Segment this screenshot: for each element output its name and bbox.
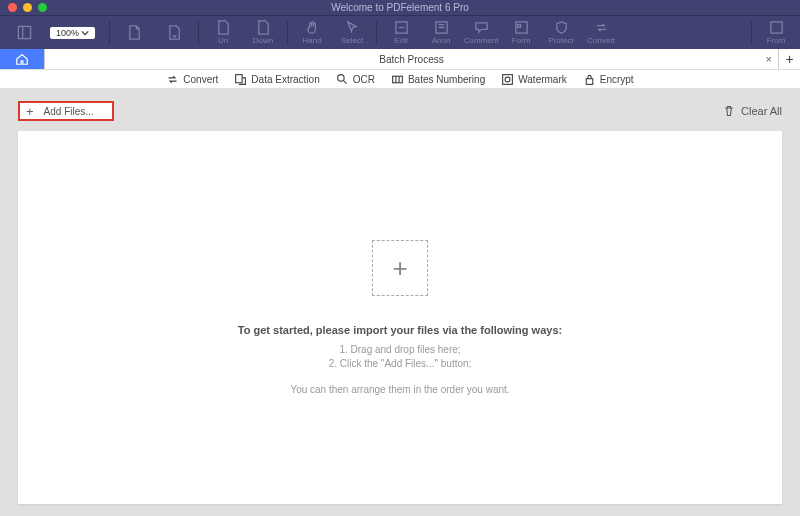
separator: [751, 21, 752, 45]
lock-icon: [583, 73, 596, 86]
annotate-button[interactable]: Anon: [423, 17, 459, 49]
tab-bar: Batch Process × +: [0, 49, 800, 69]
protect-button[interactable]: Protect: [543, 17, 579, 49]
from-button[interactable]: From: [758, 17, 794, 49]
zoom-select[interactable]: 100%: [50, 27, 95, 39]
subtab-bates[interactable]: Bates Numbering: [391, 73, 485, 86]
undo-button[interactable]: Un: [205, 17, 241, 49]
add-files-label: Add Files...: [44, 106, 94, 117]
plus-icon: +: [26, 105, 34, 118]
svg-rect-13: [503, 74, 513, 84]
tab-label: Batch Process: [379, 54, 443, 65]
subtab-watermark[interactable]: Watermark: [501, 73, 567, 86]
file-new-icon[interactable]: [116, 17, 152, 49]
home-icon: [15, 52, 29, 66]
empty-line1: 1. Drag and drop files here;: [339, 344, 460, 355]
chevron-down-icon: [81, 29, 89, 37]
svg-rect-10: [393, 76, 403, 83]
titlebar: Welcome to PDFelement 6 Pro: [0, 0, 800, 15]
convert-button[interactable]: Convert: [583, 17, 619, 49]
add-files-button[interactable]: + Add Files...: [18, 101, 114, 121]
svg-rect-7: [770, 22, 781, 33]
empty-footer: You can then arrange them in the order y…: [290, 384, 509, 395]
hand-tool-button[interactable]: Hand: [294, 17, 330, 49]
separator: [376, 21, 377, 45]
panel-toggle-icon[interactable]: [6, 17, 42, 49]
svg-rect-15: [586, 78, 593, 84]
drop-panel[interactable]: + To get started, please import your fil…: [18, 131, 782, 504]
edit-button[interactable]: Edit: [383, 17, 419, 49]
svg-rect-8: [236, 74, 243, 82]
subtab-data-extraction[interactable]: Data Extraction: [234, 73, 319, 86]
drop-target[interactable]: +: [372, 240, 428, 296]
clear-all-label: Clear All: [741, 105, 782, 117]
clear-all-button[interactable]: Clear All: [723, 105, 782, 117]
separator: [109, 21, 110, 45]
subtab-encrypt[interactable]: Encrypt: [583, 73, 634, 86]
tab-batch-process[interactable]: Batch Process ×: [44, 49, 778, 69]
form-button[interactable]: Form: [503, 17, 539, 49]
extract-icon: [234, 73, 247, 86]
redo-button[interactable]: Down: [245, 17, 281, 49]
convert-icon: [166, 73, 179, 86]
separator: [198, 21, 199, 45]
comment-button[interactable]: Comment: [463, 17, 499, 49]
separator: [287, 21, 288, 45]
svg-point-14: [505, 77, 510, 82]
window-title: Welcome to PDFelement 6 Pro: [0, 2, 800, 13]
subtab-convert[interactable]: Convert: [166, 73, 218, 86]
content-area: + Add Files... Clear All + To get starte…: [0, 89, 800, 516]
zoom-value: 100%: [56, 28, 79, 38]
home-tab[interactable]: [0, 49, 44, 69]
trash-icon: [723, 105, 735, 117]
new-tab-button[interactable]: +: [778, 49, 800, 69]
main-toolbar: 100% Un Down Hand Select Edit Anon Comme…: [0, 15, 800, 49]
watermark-icon: [501, 73, 514, 86]
select-tool-button[interactable]: Select: [334, 17, 370, 49]
empty-heading: To get started, please import your files…: [238, 324, 562, 336]
svg-rect-6: [517, 25, 520, 28]
empty-line2: 2. Click the "Add Files..." button;: [329, 358, 472, 369]
bates-icon: [391, 73, 404, 86]
svg-rect-0: [18, 26, 30, 38]
file-export-icon[interactable]: [156, 17, 192, 49]
close-tab-icon[interactable]: ×: [766, 53, 772, 65]
batch-subtoolbar: Convert Data Extraction OCR Bates Number…: [0, 69, 800, 89]
subtab-ocr[interactable]: OCR: [336, 73, 375, 86]
ocr-icon: [336, 73, 349, 86]
plus-icon: +: [785, 51, 793, 67]
svg-point-9: [337, 74, 344, 81]
plus-icon: +: [392, 253, 407, 284]
actions-row: + Add Files... Clear All: [18, 101, 782, 121]
